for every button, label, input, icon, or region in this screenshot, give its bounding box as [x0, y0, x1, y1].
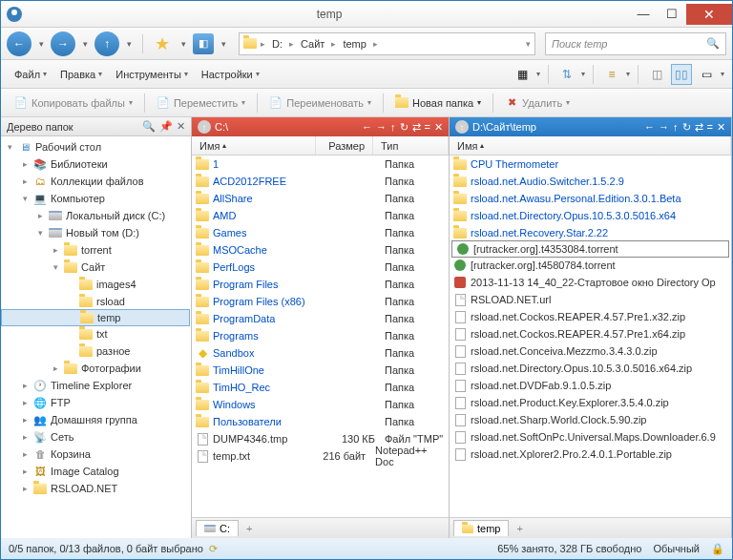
- file-row[interactable]: AllShareПапка: [192, 190, 449, 207]
- file-row[interactable]: rsload.net.DVDFab.9.1.0.5.zip: [450, 377, 731, 394]
- up-history-button[interactable]: ▾: [123, 34, 135, 53]
- preview-button[interactable]: ▭: [696, 64, 717, 85]
- right-tab[interactable]: temp: [453, 520, 509, 536]
- left-tab[interactable]: C:: [196, 520, 239, 536]
- tree-node[interactable]: ▸🖼Image Catalog: [1, 463, 191, 480]
- breadcrumb[interactable]: ▸ D: ▸ Сайт ▸ temp ▸ ▾: [239, 32, 535, 55]
- file-row[interactable]: CPU Thermometer: [450, 156, 731, 173]
- tree-node[interactable]: ▸Локальный диск (C:): [1, 207, 191, 224]
- left-file-list[interactable]: 1ПапкаACD2012FREEПапкаAllShareПапкаAMDПа…: [192, 156, 449, 517]
- menu-edit[interactable]: Правка▾: [54, 65, 108, 84]
- left-column-header[interactable]: Имя▴ Размер Тип: [192, 136, 449, 156]
- file-row[interactable]: [rutracker.org].t4580784.torrent: [450, 257, 731, 274]
- move-button[interactable]: 📄Переместить▾: [151, 93, 251, 114]
- tree-node[interactable]: ▸👥Домашняя группа: [1, 411, 191, 428]
- dual-pane-button[interactable]: ▯▯: [671, 64, 692, 85]
- file-row[interactable]: GamesПапка: [192, 224, 449, 241]
- tree-node[interactable]: txt: [1, 325, 191, 342]
- file-row[interactable]: rsload.net.SoftOnPc.Universal.Maps.Downl…: [450, 428, 731, 446]
- up-button[interactable]: ↑: [94, 31, 119, 56]
- file-row[interactable]: ACD2012FREEПапка: [192, 173, 449, 190]
- favorites-menu-button[interactable]: ▾: [178, 34, 189, 53]
- file-row[interactable]: rsload.net.Awasu.Personal.Edition.3.0.1.…: [450, 190, 731, 207]
- tree-node[interactable]: ▸torrent: [1, 241, 191, 259]
- file-row[interactable]: Program Files (x86)Папка: [192, 293, 449, 310]
- tree-close-icon[interactable]: ✕: [177, 120, 185, 133]
- right-column-header[interactable]: Имя▴: [450, 136, 731, 156]
- close-button[interactable]: ✕: [686, 4, 732, 25]
- tree-toggle-button[interactable]: ◫: [646, 64, 667, 85]
- menu-file[interactable]: Файл▾: [9, 65, 52, 84]
- file-row[interactable]: TimHO_RecПапка: [192, 379, 449, 396]
- up-icon[interactable]: ↑: [198, 120, 211, 134]
- up-icon[interactable]: ↑: [455, 120, 469, 134]
- search-input[interactable]: Поиск temp 🔍: [545, 32, 726, 55]
- tree-node[interactable]: ▾💻Компьютер: [1, 190, 191, 207]
- file-row[interactable]: rsload.net.Cockos.REAPER.4.57.Pre1.x32.z…: [450, 308, 731, 325]
- breadcrumb-seg1[interactable]: Сайт: [298, 36, 327, 52]
- minimize-button[interactable]: —: [629, 4, 658, 25]
- tree-node[interactable]: ▾Новый том (D:): [1, 224, 191, 241]
- tree-node[interactable]: images4: [1, 276, 191, 293]
- file-row[interactable]: PerfLogsПапка: [192, 259, 449, 276]
- breadcrumb-drive[interactable]: D:: [269, 36, 285, 52]
- status-lock-icon[interactable]: 🔒: [711, 543, 724, 555]
- tree-node[interactable]: ▸📚Библиотеки: [1, 156, 191, 173]
- file-row[interactable]: WindowsПапка: [192, 396, 449, 413]
- file-row[interactable]: rsload.net.Directory.Opus.10.5.3.0.5016.…: [450, 207, 731, 224]
- group-button[interactable]: ≡: [601, 64, 622, 85]
- sort-button[interactable]: ⇅: [556, 64, 577, 85]
- menu-settings[interactable]: Настройки▾: [196, 65, 265, 84]
- breadcrumb-seg2[interactable]: temp: [340, 36, 368, 52]
- menu-tools[interactable]: Инструменты▾: [110, 65, 194, 84]
- file-row[interactable]: temp.txt216 байтNotepad++ Doc: [192, 447, 449, 465]
- tree-node[interactable]: temp: [1, 309, 190, 326]
- left-new-tab-button[interactable]: +: [242, 523, 256, 534]
- tree-node[interactable]: ▸🌐FTP: [1, 394, 191, 411]
- tree-node[interactable]: разное: [1, 342, 191, 360]
- right-new-tab-button[interactable]: +: [513, 523, 526, 534]
- forward-button[interactable]: →: [51, 31, 75, 56]
- back-button[interactable]: ←: [7, 31, 31, 56]
- file-row[interactable]: 1Папка: [192, 156, 449, 173]
- file-row[interactable]: ПользователиПапка: [192, 413, 449, 430]
- tree-node[interactable]: rsload: [1, 293, 191, 310]
- copy-files-button[interactable]: 📄Копировать файлы▾: [9, 93, 138, 114]
- search-icon[interactable]: 🔍: [706, 37, 720, 50]
- file-row[interactable]: [rutracker.org].t4353084.torrent: [451, 240, 729, 258]
- forward-history-button[interactable]: ▾: [79, 34, 91, 53]
- view-icons-button[interactable]: ▦: [512, 64, 533, 85]
- file-row[interactable]: AMDПапка: [192, 207, 449, 224]
- maximize-button[interactable]: ☐: [658, 4, 686, 25]
- left-panel-header[interactable]: ↑ C:\ ←→↑↻⇄=✕: [192, 117, 449, 136]
- new-folder-button[interactable]: Новая папка▾: [389, 93, 487, 114]
- tree-node[interactable]: ▸📡Сеть: [1, 428, 191, 446]
- file-row[interactable]: TimHillOneПапка: [192, 362, 449, 379]
- file-row[interactable]: ProgramsПапка: [192, 327, 449, 344]
- tree-node[interactable]: ▸RSLOAD.NET: [1, 480, 191, 497]
- file-row[interactable]: Program FilesПапка: [192, 276, 449, 293]
- breadcrumb-dropdown-icon[interactable]: ▾: [526, 39, 531, 49]
- back-history-button[interactable]: ▾: [35, 34, 47, 53]
- recent-button[interactable]: ◧: [193, 33, 214, 54]
- tree-pin-icon[interactable]: 📌: [159, 120, 173, 133]
- file-row[interactable]: rsload.net.Xplorer2.Pro.2.4.0.1.Portable…: [450, 446, 731, 463]
- file-row[interactable]: rsload.net.Conceiva.Mezzmo.3.4.3.0.zip: [450, 342, 731, 360]
- file-row[interactable]: RSLOAD.NET.url: [450, 291, 731, 308]
- file-row[interactable]: rsload.net.Product.Key.Explorer.3.5.4.0.…: [450, 394, 731, 411]
- folder-tree[interactable]: ▾🖥Рабочий стол▸📚Библиотеки▸🗂Коллекции фа…: [1, 136, 191, 538]
- tree-node[interactable]: ▾🖥Рабочий стол: [1, 138, 191, 156]
- file-row[interactable]: rsload.net.Directory.Opus.10.5.3.0.5016.…: [450, 360, 731, 377]
- file-row[interactable]: ProgramDataПапка: [192, 310, 449, 327]
- delete-button[interactable]: ✖Удалить▾: [499, 93, 576, 114]
- right-panel-header[interactable]: ↑ D:\Сайт\temp ←→↑↻⇄=✕: [450, 117, 731, 136]
- tree-search-icon[interactable]: 🔍: [142, 120, 156, 133]
- tree-node[interactable]: ▸🕐Timeline Explorer: [1, 377, 191, 394]
- tree-node[interactable]: ▸🗑Корзина: [1, 446, 191, 463]
- tree-node[interactable]: ▸🗂Коллекции файлов: [1, 173, 191, 190]
- file-row[interactable]: rsload.net.Cockos.REAPER.4.57.Pre1.x64.z…: [450, 325, 731, 342]
- file-row[interactable]: 2013-11-13 14_40_22-Стартовое окно Direc…: [450, 274, 731, 291]
- tree-node[interactable]: ▾Сайт: [1, 259, 191, 276]
- file-row[interactable]: rsload.net.Audio.Switcher.1.5.2.9: [450, 173, 731, 190]
- file-row[interactable]: ◆SandboxПапка: [192, 344, 449, 362]
